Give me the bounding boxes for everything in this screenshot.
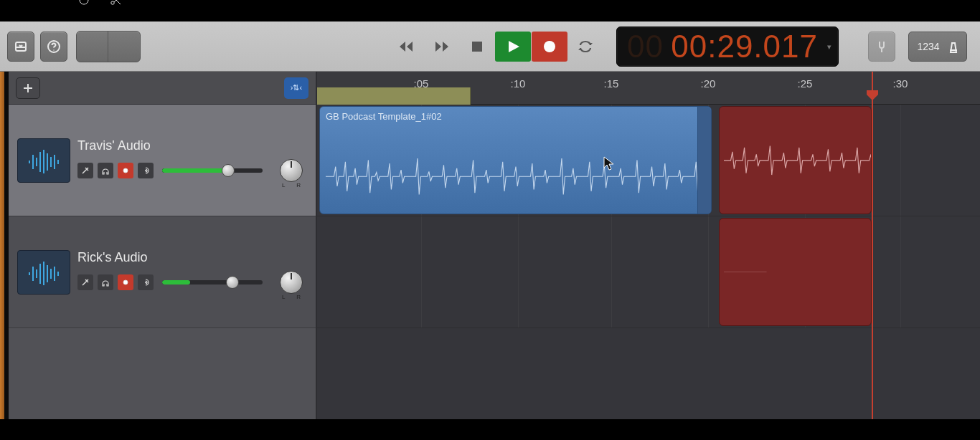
forward-icon	[433, 39, 449, 54]
svg-point-29	[123, 280, 128, 284]
question-icon	[47, 39, 61, 54]
ruler[interactable]: :05 :10 :15 :20 :25 :30	[317, 72, 980, 105]
plus-icon	[22, 82, 34, 94]
track-controls: LR	[77, 159, 307, 182]
svg-point-2	[53, 49, 54, 50]
automation-button[interactable]: ›⇅‹	[284, 77, 308, 99]
input-monitor-button[interactable]	[138, 163, 154, 178]
svg-point-30	[145, 282, 146, 283]
headphones-icon	[101, 166, 110, 175]
record-button[interactable]	[532, 32, 567, 62]
app-window: 00 00:29.017 ▾ 1234 ›	[0, 21, 980, 419]
stop-icon	[469, 39, 485, 54]
track-icon	[17, 138, 70, 183]
play-button[interactable]	[495, 32, 531, 62]
svg-point-8	[544, 41, 555, 52]
recording-region[interactable]	[719, 218, 872, 326]
timeline[interactable]: :05 :10 :15 :20 :25 :30 GB Podcast Templ	[317, 72, 980, 419]
tray-icon	[14, 39, 28, 54]
track-controls: LR	[77, 271, 307, 294]
svg-point-18	[123, 168, 128, 173]
add-track-button[interactable]	[16, 77, 40, 99]
input-icon	[141, 166, 150, 175]
ruler-tick: :15	[604, 77, 619, 90]
time-display[interactable]: 00 00:29.017 ▾	[616, 27, 839, 67]
rewind-button[interactable]	[387, 32, 423, 62]
rec-dot-icon	[121, 166, 130, 175]
mute-icon	[81, 166, 90, 175]
tracks-lane: GB Podcast Template_1#02	[317, 105, 980, 328]
track-lane[interactable]: GB Podcast Template_1#02	[317, 105, 980, 216]
waveform-icon	[27, 259, 61, 285]
mute-button[interactable]	[77, 274, 93, 290]
rec-dot-icon	[121, 278, 130, 287]
forward-button[interactable]	[423, 32, 459, 62]
rewind-icon	[397, 39, 413, 54]
tuning-fork-icon	[875, 39, 889, 54]
ruler-tick: :25	[798, 77, 813, 90]
track-row[interactable]: Travis' Audio LR	[9, 105, 316, 216]
record-enable-button[interactable]	[118, 274, 133, 290]
toolbar-right: 1234	[868, 32, 967, 62]
pan-knob[interactable]: LR	[280, 271, 303, 294]
solo-button[interactable]	[98, 163, 113, 178]
input-icon	[141, 278, 150, 287]
cycle-icon	[578, 39, 593, 54]
play-icon	[505, 39, 521, 54]
ruler-tick: :30	[893, 77, 908, 90]
smart-controls-button[interactable]	[77, 32, 108, 62]
tempo-display[interactable]: 1234	[908, 32, 967, 62]
track-name: Travis' Audio	[77, 138, 307, 153]
solo-button[interactable]	[98, 274, 113, 290]
record-icon	[542, 39, 557, 54]
region-title: GB Podcast Template_1#02	[320, 107, 711, 126]
cycle-region[interactable]	[317, 87, 471, 105]
waveform	[326, 152, 712, 201]
quick-help-button[interactable]	[40, 32, 67, 62]
ruler-tick: :20	[701, 77, 716, 90]
pan-labels: LR	[281, 182, 302, 188]
svg-point-6	[111, 1, 114, 4]
editors-button[interactable]	[108, 32, 140, 62]
volume-slider[interactable]	[162, 168, 263, 173]
library-button[interactable]	[7, 32, 34, 62]
mute-icon	[81, 278, 90, 287]
svg-rect-7	[472, 42, 482, 52]
metronome-icon	[946, 40, 958, 53]
track-icon	[17, 250, 70, 295]
time-ghost: 00	[627, 29, 664, 64]
tracks-header: ›⇅‹	[9, 72, 316, 105]
waveform	[724, 139, 872, 182]
chevron-down-icon[interactable]: ▾	[827, 42, 832, 51]
tuner-button[interactable]	[868, 32, 895, 62]
ruler-tick: :10	[511, 77, 526, 90]
svg-point-19	[145, 170, 146, 171]
loop-handle-icon[interactable]	[699, 121, 708, 130]
pan-labels: LR	[281, 294, 302, 300]
svg-point-3	[80, 0, 88, 4]
editor-group	[76, 31, 141, 62]
stop-button[interactable]	[459, 32, 495, 62]
waveform	[724, 267, 767, 277]
audio-region[interactable]: GB Podcast Template_1#02	[319, 106, 712, 214]
mute-button[interactable]	[77, 163, 93, 178]
headphones-icon	[101, 278, 110, 287]
waveform-icon	[27, 148, 61, 173]
workspace: ›⇅‹ Travis' Audio	[0, 72, 980, 419]
volume-slider[interactable]	[162, 280, 263, 284]
track-lane[interactable]	[317, 216, 980, 328]
ruler-tick: :05	[414, 77, 429, 90]
tempo-value: 1234	[917, 41, 939, 52]
record-enable-button[interactable]	[118, 163, 133, 178]
automation-icon: ›⇅‹	[291, 83, 302, 92]
track-name: Rick's Audio	[77, 250, 307, 265]
toolbar: 00 00:29.017 ▾ 1234	[0, 21, 980, 72]
pan-knob[interactable]: LR	[280, 159, 303, 182]
input-monitor-button[interactable]	[138, 274, 154, 290]
tracks-panel: ›⇅‹ Travis' Audio	[9, 72, 317, 419]
track-row[interactable]: Rick's Audio LR	[9, 216, 316, 328]
recording-region[interactable]	[719, 106, 872, 214]
transport-controls: 00 00:29.017 ▾	[387, 27, 839, 67]
cycle-button[interactable]	[567, 32, 603, 62]
time-value: 00:29.017	[671, 29, 818, 64]
